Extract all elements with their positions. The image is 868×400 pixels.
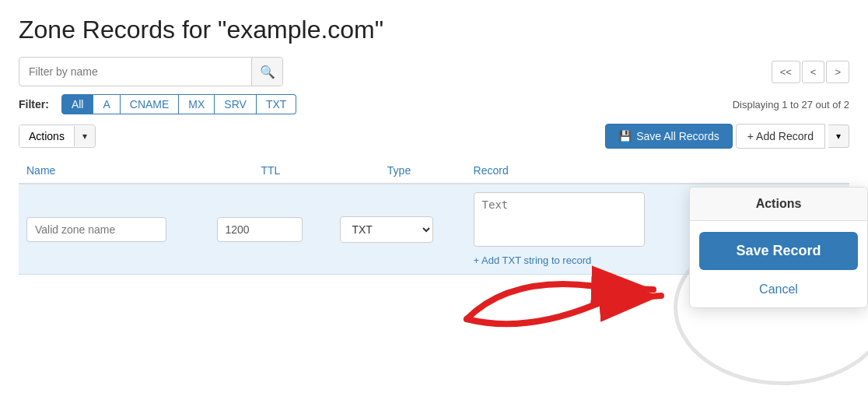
actions-button[interactable]: Actions: [19, 125, 74, 147]
add-record-caret-icon[interactable]: ▾: [828, 125, 849, 148]
toolbar-right: 💾 Save All Records + Add Record ▾: [605, 124, 849, 149]
filter-a[interactable]: A: [93, 94, 120, 114]
actions-caret-icon[interactable]: ▾: [74, 126, 95, 146]
save-record-button[interactable]: Save Record: [699, 232, 858, 270]
search-input[interactable]: [19, 65, 251, 78]
toolbar-row: Actions ▾ 💾 Save All Records + Add Recor…: [19, 124, 849, 149]
name-cell: [19, 184, 209, 275]
actions-dropdown[interactable]: Actions ▾: [19, 125, 96, 148]
page-title: Zone Records for "example.com": [19, 16, 849, 44]
search-box: 🔍: [19, 57, 283, 86]
filter-buttons: All A CNAME MX SRV TXT: [61, 94, 296, 114]
filter-mx[interactable]: MX: [179, 94, 215, 114]
pagination-controls: << < >: [772, 61, 849, 83]
actions-popup-header: Actions: [690, 188, 867, 221]
filter-left: Filter: All A CNAME MX SRV TXT: [19, 94, 296, 114]
filter-cname[interactable]: CNAME: [121, 94, 180, 114]
record-textarea[interactable]: [474, 192, 645, 247]
next-page-button[interactable]: >: [826, 61, 849, 83]
name-input[interactable]: [26, 217, 166, 242]
filter-row: Filter: All A CNAME MX SRV TXT Displayin…: [19, 94, 849, 114]
ttl-cell: [209, 184, 333, 275]
col-type: Type: [332, 158, 465, 184]
search-button[interactable]: 🔍: [251, 57, 282, 86]
filter-txt[interactable]: TXT: [257, 94, 296, 114]
record-cell: + Add TXT string to record: [466, 184, 694, 275]
col-ttl: TTL: [209, 158, 333, 184]
prev-page-button[interactable]: <: [802, 61, 825, 83]
first-page-button[interactable]: <<: [772, 61, 800, 83]
add-record-button[interactable]: + Add Record: [736, 124, 825, 149]
display-info: Displaying 1 to 27 out of 2: [733, 99, 849, 111]
table-header: Name TTL Type Record: [19, 158, 849, 184]
actions-popup: Actions Save Record Cancel: [689, 187, 868, 308]
filter-label: Filter:: [19, 98, 49, 111]
type-select[interactable]: A AAAA CNAME MX SRV TXT: [340, 216, 433, 243]
add-txt-link[interactable]: + Add TXT string to record: [474, 254, 686, 266]
ttl-input[interactable]: [217, 217, 303, 242]
filter-srv[interactable]: SRV: [215, 94, 257, 114]
save-all-label: Save All Records: [636, 130, 719, 142]
save-icon: 💾: [618, 130, 632, 142]
cancel-button[interactable]: Cancel: [690, 276, 867, 307]
col-record: Record: [466, 158, 694, 184]
search-pagination-row: 🔍 << < >: [19, 57, 849, 86]
save-all-records-button[interactable]: 💾 Save All Records: [605, 124, 733, 149]
col-actions: [694, 158, 849, 184]
filter-all[interactable]: All: [61, 94, 94, 114]
type-cell: A AAAA CNAME MX SRV TXT: [332, 184, 465, 275]
col-name: Name: [19, 158, 209, 184]
